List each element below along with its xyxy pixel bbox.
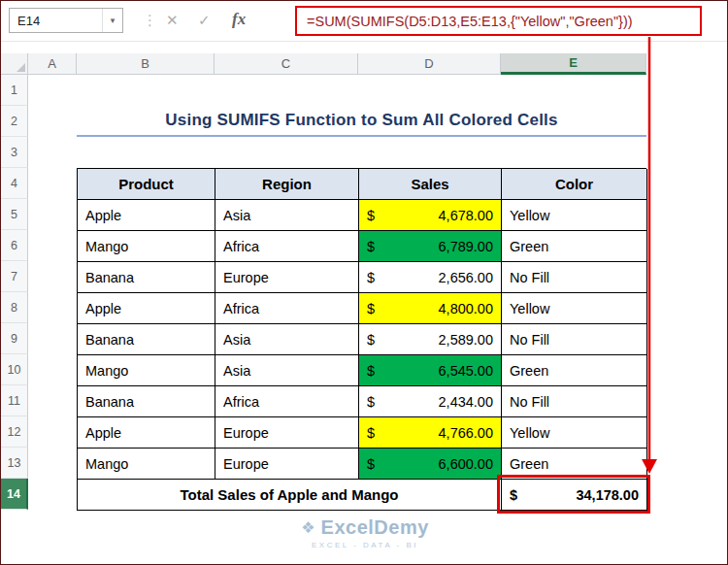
select-all-corner[interactable]	[1, 53, 28, 75]
cell-product[interactable]: Mango	[78, 231, 215, 262]
formula-input[interactable]: =SUM(SUMIFS(D5:D13,E5:E13,{"Yellow","Gre…	[295, 6, 702, 36]
column-header-C[interactable]: C	[215, 53, 358, 75]
excel-window: E14 ▾ ⋮ ✕ ✓ fx =SUM(SUMIFS(D5:D13,E5:E13…	[0, 0, 728, 565]
cancel-icon[interactable]: ✕	[166, 12, 179, 29]
sheet-title[interactable]: Using SUMIFS Function to Sum All Colored…	[77, 106, 646, 137]
cell-color[interactable]: No Fill	[502, 324, 647, 355]
cell-region[interactable]: Africa	[215, 293, 359, 324]
row-header-3[interactable]: 3	[1, 137, 28, 168]
cell-color[interactable]: Yellow	[502, 417, 647, 449]
formula-bar: E14 ▾ ⋮ ✕ ✓ fx =SUM(SUMIFS(D5:D13,E5:E13…	[1, 1, 728, 42]
currency-symbol: $	[367, 301, 375, 316]
cell-color[interactable]: Green	[502, 231, 647, 262]
cell-sales[interactable]: $4,800.00	[359, 293, 502, 324]
sales-amount: 2,656.00	[439, 270, 493, 285]
cell-product[interactable]: Mango	[78, 355, 215, 386]
column-header-A[interactable]: A	[28, 53, 77, 75]
name-box[interactable]: E14 ▾	[9, 8, 123, 33]
cell-region[interactable]: Europe	[215, 449, 359, 480]
cell-region[interactable]: Europe	[215, 262, 359, 293]
data-table: ProductRegionSalesColorAppleAsia$4,678.0…	[77, 168, 646, 511]
currency-symbol: $	[510, 487, 517, 503]
name-box-value: E14	[10, 14, 102, 28]
cell-product[interactable]: Banana	[78, 262, 215, 293]
currency-symbol: $	[367, 332, 375, 348]
cell-product[interactable]: Apple	[78, 417, 215, 449]
cell-color[interactable]: No Fill	[502, 262, 647, 293]
row-header-4[interactable]: 4	[1, 168, 28, 199]
cell-region[interactable]: Asia	[215, 200, 359, 231]
table-header-color[interactable]: Color	[502, 169, 647, 200]
row-header-9[interactable]: 9	[1, 323, 28, 354]
cell-color[interactable]: No Fill	[502, 386, 647, 417]
table-header-region[interactable]: Region	[215, 169, 359, 200]
cell-product[interactable]: Apple	[78, 200, 215, 231]
drag-handle-icon: ⋮	[143, 12, 157, 29]
cell-region[interactable]: Africa	[215, 231, 359, 262]
cell-sales[interactable]: $6,600.00	[359, 449, 502, 480]
sales-amount: 4,678.00	[439, 208, 493, 223]
cell-region[interactable]: Asia	[215, 324, 359, 355]
total-label-cell[interactable]: Total Sales of Apple and Mango	[78, 480, 502, 511]
row-header-8[interactable]: 8	[1, 292, 28, 323]
formula-text: =SUM(SUMIFS(D5:D13,E5:E13,{"Yellow","Gre…	[307, 14, 633, 29]
table-header-product[interactable]: Product	[78, 169, 215, 200]
watermark-tagline: EXCEL - DATA - BI	[312, 541, 418, 549]
currency-symbol: $	[367, 270, 375, 285]
currency-symbol: $	[367, 456, 375, 472]
cell-sales[interactable]: $2,434.00	[359, 386, 502, 417]
cell-sales[interactable]: $4,678.00	[359, 200, 502, 231]
column-header-E[interactable]: E	[501, 53, 646, 75]
watermark: ❖ ExcelDemy EXCEL - DATA - BI	[1, 516, 728, 549]
cell-sales[interactable]: $6,789.00	[359, 231, 502, 262]
watermark-brand-row: ❖ ExcelDemy	[301, 516, 429, 539]
cell-sales[interactable]: $6,545.00	[359, 355, 502, 386]
cell-color[interactable]: Green	[502, 449, 647, 480]
cell-product[interactable]: Apple	[78, 293, 215, 324]
total-value-cell[interactable]: $34,178.00	[502, 480, 647, 511]
sales-amount: 2,434.00	[439, 394, 493, 410]
cell-region[interactable]: Asia	[215, 355, 359, 386]
cell-color[interactable]: Yellow	[502, 293, 647, 324]
row-header-13[interactable]: 13	[1, 448, 28, 479]
row-header-10[interactable]: 10	[1, 354, 28, 385]
sales-amount: 6,600.00	[439, 456, 493, 472]
row-header-5[interactable]: 5	[1, 199, 28, 230]
cell-sales[interactable]: $4,766.00	[359, 417, 502, 449]
sales-amount: 4,800.00	[439, 301, 493, 316]
sales-amount: 6,545.00	[439, 363, 493, 379]
row-header-11[interactable]: 11	[1, 385, 28, 416]
cell-product[interactable]: Banana	[78, 386, 215, 417]
row-header-7[interactable]: 7	[1, 261, 28, 292]
table-header-sales[interactable]: Sales	[359, 169, 502, 200]
row-header-2[interactable]: 2	[1, 106, 28, 137]
sales-amount: 4,766.00	[439, 425, 493, 441]
currency-symbol: $	[367, 363, 375, 379]
cell-product[interactable]: Banana	[78, 324, 215, 355]
currency-symbol: $	[367, 239, 375, 254]
row-header-14[interactable]: 14	[1, 479, 28, 510]
cell-color[interactable]: Green	[502, 355, 647, 386]
currency-symbol: $	[367, 425, 375, 441]
enter-icon[interactable]: ✓	[198, 12, 211, 29]
cell-region[interactable]: Africa	[215, 386, 359, 417]
cell-product[interactable]: Mango	[78, 449, 215, 480]
cell-sales[interactable]: $2,589.00	[359, 324, 502, 355]
column-header-B[interactable]: B	[77, 53, 215, 75]
cell-color[interactable]: Yellow	[502, 200, 647, 231]
total-amount: 34,178.00	[576, 487, 639, 503]
row-header-6[interactable]: 6	[1, 230, 28, 261]
currency-symbol: $	[367, 394, 375, 410]
name-box-dropdown-icon[interactable]: ▾	[103, 16, 122, 25]
row-header-1[interactable]: 1	[1, 75, 28, 106]
sales-amount: 6,789.00	[439, 239, 493, 254]
watermark-brand: ExcelDemy	[321, 516, 429, 539]
cell-region[interactable]: Europe	[215, 417, 359, 449]
row-header-12[interactable]: 12	[1, 416, 28, 448]
insert-function-icon[interactable]: fx	[232, 10, 246, 29]
sales-amount: 2,589.00	[439, 332, 493, 348]
currency-symbol: $	[367, 208, 375, 223]
exceldemy-logo-icon: ❖	[301, 518, 314, 537]
column-header-D[interactable]: D	[358, 53, 501, 75]
cell-sales[interactable]: $2,656.00	[359, 262, 502, 293]
